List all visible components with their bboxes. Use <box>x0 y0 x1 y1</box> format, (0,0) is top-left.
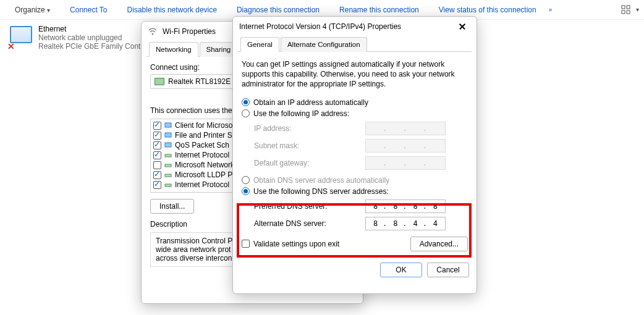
validate-checkbox[interactable] <box>242 240 250 248</box>
list-item-label: QoS Packet Sch <box>175 141 229 149</box>
tab-networking[interactable]: Networking <box>149 42 198 57</box>
ip-octet[interactable]: 8 <box>370 202 381 211</box>
view-options-icon[interactable] <box>621 5 631 15</box>
ip-octet[interactable]: 4 <box>430 219 441 228</box>
radio-ip-manual-label: Use the following IP address: <box>253 109 349 118</box>
svg-rect-7 <box>165 143 171 147</box>
qos-icon <box>164 141 172 149</box>
ip-octet[interactable]: 4 <box>410 219 421 228</box>
error-x-icon: ✕ <box>7 42 16 51</box>
svg-rect-10 <box>165 174 171 177</box>
svg-point-4 <box>152 33 154 35</box>
adapter-title: Ethernet <box>38 25 153 33</box>
svg-rect-6 <box>165 133 171 137</box>
tab-alternate[interactable]: Alternate Configuration <box>281 37 367 52</box>
radio-ip-manual[interactable]: Use the following IP address: <box>242 109 468 118</box>
list-item-label: Internet Protocol <box>175 180 229 189</box>
install-button[interactable]: Install... <box>150 199 194 214</box>
adapter-item-text: Ethernet Network cable unplugged Realtek… <box>38 25 153 51</box>
ip-address-label: IP address: <box>254 124 365 133</box>
radio-dns-manual[interactable]: Use the following DNS server addresses: <box>242 187 468 196</box>
preferred-dns-label: Preferred DNS server: <box>254 202 365 211</box>
radio-ip-auto[interactable]: Obtain an IP address automatically <box>242 98 468 107</box>
toolbar-organize-label: Organize <box>15 6 45 14</box>
preferred-dns-input[interactable]: 8. 8. 8. 8 <box>365 200 446 213</box>
checkbox[interactable] <box>153 151 161 159</box>
svg-rect-9 <box>165 164 171 167</box>
wifi-icon <box>148 27 158 36</box>
adapter-select-value: Realtek RTL8192E <box>168 77 231 86</box>
close-button[interactable] <box>453 18 472 35</box>
tab-general[interactable]: General <box>240 37 279 52</box>
svg-rect-3 <box>627 10 630 14</box>
radio-ip-auto-label: Obtain an IP address automatically <box>253 98 368 107</box>
svg-rect-8 <box>165 154 171 157</box>
ipv4-button-row: OK Cancel <box>233 258 477 285</box>
ipv4-intro-text: You can get IP settings assigned automat… <box>242 59 468 90</box>
ipv4-dialog-body: You can get IP settings assigned automat… <box>233 52 477 258</box>
toolbar-diagnose[interactable]: Diagnose this connection <box>227 6 329 14</box>
toolbar-rename[interactable]: Rename this connection <box>329 6 429 14</box>
ipv4-tabs: General Alternate Configuration <box>238 36 472 52</box>
alternate-dns-label: Alternate DNS server: <box>254 219 365 228</box>
adapter-item-ethernet[interactable]: ✕ Ethernet Network cable unplugged Realt… <box>7 25 153 51</box>
checkbox[interactable] <box>153 161 161 169</box>
radio-dns-auto: Obtain DNS server address automatically <box>242 176 468 185</box>
svg-rect-1 <box>627 6 630 9</box>
svg-rect-5 <box>165 123 171 127</box>
list-item-label: Microsoft Network <box>175 161 234 169</box>
adapter-driver: Realtek PCIe GbE Family Contro... <box>38 42 153 51</box>
toolbar-right: ▾ <box>621 5 639 15</box>
toolbar-view-status[interactable]: View status of this connection <box>429 6 546 14</box>
toolbar-disable[interactable]: Disable this network device <box>117 6 227 14</box>
toolbar-organize[interactable]: Organize ▾ <box>5 6 60 14</box>
ok-button[interactable]: OK <box>380 262 422 277</box>
protocol-icon <box>164 151 172 159</box>
client-icon <box>164 121 172 130</box>
ip-octet[interactable]: 8 <box>390 202 401 211</box>
ip-octet[interactable]: 8 <box>390 219 401 228</box>
radio[interactable] <box>242 109 250 117</box>
checkbox[interactable] <box>153 141 161 149</box>
svg-rect-11 <box>165 184 171 187</box>
alternate-dns-input[interactable]: 8. 8. 4. 4 <box>365 217 446 230</box>
validate-label: Validate settings upon exit <box>253 240 339 248</box>
toolbar-connect-to[interactable]: Connect To <box>60 6 117 14</box>
ipv4-dialog-title: Internet Protocol Version 4 (TCP/IPv4) P… <box>239 22 401 31</box>
tab-sharing[interactable]: Sharing <box>200 42 238 57</box>
ip-octet[interactable]: 8 <box>370 219 381 228</box>
share-icon <box>164 131 172 140</box>
protocol-icon <box>164 161 172 169</box>
close-icon <box>459 23 466 30</box>
ip-address-input: ... <box>365 122 446 135</box>
radio-dns-auto-label: Obtain DNS server address automatically <box>253 176 389 185</box>
ip-octet[interactable]: 8 <box>410 202 421 211</box>
list-item-label: Client for Microso <box>175 121 232 130</box>
cancel-button[interactable]: Cancel <box>427 262 469 277</box>
protocol-icon <box>164 170 172 179</box>
ip-octet[interactable]: 8 <box>430 202 441 211</box>
checkbox[interactable] <box>153 122 161 130</box>
gateway-input: ... <box>365 156 446 170</box>
list-item-label: Internet Protocol <box>175 151 229 159</box>
ipv4-dialog-titlebar[interactable]: Internet Protocol Version 4 (TCP/IPv4) P… <box>233 17 477 36</box>
advanced-button[interactable]: Advanced... <box>410 237 468 251</box>
chevron-down-icon[interactable]: ▾ <box>636 6 639 13</box>
chevron-down-icon: ▾ <box>47 7 50 14</box>
validate-checkbox-row[interactable]: Validate settings upon exit <box>242 240 339 248</box>
list-item-label: File and Printer S <box>175 131 232 140</box>
toolbar-more[interactable]: » <box>546 6 555 13</box>
checkbox[interactable] <box>153 171 161 179</box>
gateway-label: Default gateway: <box>254 159 365 167</box>
svg-rect-2 <box>622 10 625 14</box>
nic-icon <box>155 78 164 85</box>
svg-rect-0 <box>622 6 625 9</box>
checkbox[interactable] <box>153 132 161 140</box>
radio <box>242 176 250 184</box>
checkbox[interactable] <box>153 181 161 189</box>
radio-dns-manual-label: Use the following DNS server addresses: <box>253 187 389 196</box>
radio[interactable] <box>242 187 250 195</box>
radio[interactable] <box>242 98 250 106</box>
ipv4-properties-dialog: Internet Protocol Version 4 (TCP/IPv4) P… <box>232 16 477 294</box>
protocol-icon <box>164 180 172 189</box>
